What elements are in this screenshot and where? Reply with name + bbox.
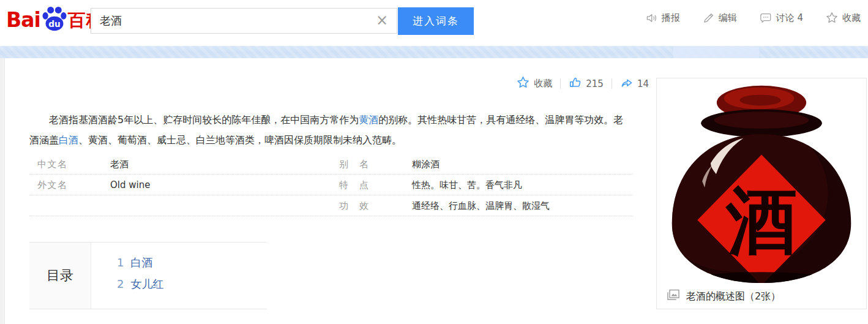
baike-page: Bai du 百科 × 进入词条 bbox=[0, 0, 868, 324]
nav-discuss-label: 讨论 4 bbox=[776, 12, 803, 24]
infobox-cell: 特点性热。味甘、苦。香气非凡 bbox=[331, 175, 633, 195]
svg-text:du: du bbox=[48, 19, 60, 29]
star-icon bbox=[517, 76, 529, 91]
clear-search-icon[interactable]: × bbox=[376, 13, 388, 28]
toc-item-label: 女儿红 bbox=[130, 277, 163, 290]
logo-text-bai: Bai bbox=[6, 8, 40, 32]
page-left-margin bbox=[0, 58, 5, 324]
gallery-icon bbox=[666, 288, 681, 304]
enter-entry-button[interactable]: 进入词条 bbox=[398, 7, 474, 35]
infobox-row: 功效通经络、行血脉、温脾胃、散湿气 bbox=[29, 195, 633, 216]
wine-jar-image[interactable]: 酒 bbox=[657, 78, 866, 284]
toc-title: 目录 bbox=[47, 266, 73, 285]
infobox-cell: 功效通经络、行血脉、温脾胃、散湿气 bbox=[331, 195, 633, 216]
toc-list: 1白酒2女儿红 bbox=[91, 243, 267, 309]
like-button[interactable]: 215 bbox=[569, 76, 604, 91]
share-button[interactable]: 14 bbox=[620, 76, 649, 91]
toc-title-cell: 目录 bbox=[29, 243, 91, 309]
infobox-label: 别名 bbox=[339, 158, 369, 170]
infobox-value: Old wine bbox=[110, 179, 150, 190]
toc-item-number: 2 bbox=[117, 277, 124, 290]
toc-item-number: 1 bbox=[117, 256, 124, 269]
infobox-row: 中文名老酒别名糊涂酒 bbox=[29, 154, 633, 175]
svg-text:酒: 酒 bbox=[725, 179, 798, 263]
toc-item[interactable]: 2女儿红 bbox=[117, 273, 267, 295]
nav-discuss[interactable]: 讨论 4 bbox=[760, 12, 803, 24]
header-nav: 播报 编辑 bbox=[646, 0, 861, 36]
baidu-paw-icon: du bbox=[42, 4, 67, 34]
search-input[interactable] bbox=[91, 9, 397, 33]
infobox: 中文名老酒别名糊涂酒外文名Old wine特点性热。味甘、苦。香气非凡功效通经络… bbox=[29, 154, 633, 216]
image-caption: 老酒的概述图（2张） bbox=[686, 290, 780, 303]
star-icon bbox=[826, 12, 838, 24]
toc-item-label: 白酒 bbox=[130, 256, 152, 269]
share-count: 14 bbox=[637, 78, 649, 89]
infobox-value: 性热。味甘、苦。香气非凡 bbox=[412, 179, 522, 190]
search-box: × bbox=[91, 8, 397, 34]
overview-image-card[interactable]: 酒 老酒的概述图（2张） bbox=[656, 78, 867, 309]
entry-link[interactable]: 白酒 bbox=[59, 134, 78, 146]
summary-paragraph: 老酒指基酒酒龄5年以上、贮存时间较长的陈年佳酿，在中国南方常作为黄酒的别称。其性… bbox=[29, 110, 633, 150]
toc-item[interactable]: 1白酒 bbox=[117, 252, 267, 273]
share-icon bbox=[620, 76, 633, 91]
thumbs-up-icon bbox=[569, 76, 582, 91]
separator bbox=[612, 78, 612, 89]
entry-link[interactable]: 黄酒 bbox=[359, 114, 378, 126]
blue-ribbon bbox=[0, 46, 868, 58]
nav-favorite-label: 收藏 bbox=[842, 12, 861, 24]
favorite-button[interactable]: 收藏 bbox=[517, 76, 552, 91]
nav-favorite[interactable]: 收藏 bbox=[826, 12, 861, 24]
ribbon-highlight bbox=[673, 46, 759, 58]
infobox-value: 通经络、行血脉、温脾胃、散湿气 bbox=[412, 200, 550, 211]
entry-action-row: 收藏 215 14 bbox=[517, 76, 649, 91]
speaker-icon bbox=[646, 12, 657, 24]
like-count: 215 bbox=[586, 78, 604, 89]
infobox-label: 特点 bbox=[339, 179, 369, 191]
infobox-value: 老酒 bbox=[110, 159, 129, 170]
nav-broadcast-label: 播报 bbox=[662, 12, 680, 24]
infobox-row: 外文名Old wine特点性热。味甘、苦。香气非凡 bbox=[29, 175, 633, 195]
infobox-label: 功效 bbox=[339, 200, 369, 212]
favorite-label: 收藏 bbox=[534, 78, 552, 89]
infobox-label: 外文名 bbox=[37, 179, 67, 191]
infobox-cell: 外文名Old wine bbox=[29, 175, 331, 195]
separator bbox=[560, 78, 561, 89]
header: Bai du 百科 × 进入词条 bbox=[0, 0, 868, 46]
infobox-cell: 别名糊涂酒 bbox=[331, 154, 633, 174]
summary-text: 、黄酒、葡萄酒、威士忌、白兰地等酒类，啤酒因保质期限制未纳入范畴。 bbox=[78, 134, 402, 146]
comment-icon bbox=[760, 12, 772, 24]
nav-edit-label: 编辑 bbox=[719, 12, 737, 24]
pencil-icon bbox=[703, 12, 714, 24]
summary-text: 老酒指基酒酒龄5年以上、贮存时间较长的陈年佳酿，在中国南方常作为 bbox=[49, 114, 359, 126]
infobox-label: 中文名 bbox=[37, 158, 67, 170]
nav-edit[interactable]: 编辑 bbox=[703, 12, 737, 24]
infobox-cell bbox=[29, 195, 331, 216]
nav-broadcast[interactable]: 播报 bbox=[646, 12, 680, 24]
table-of-contents: 目录 1白酒2女儿红 bbox=[29, 242, 267, 309]
infobox-value: 糊涂酒 bbox=[412, 159, 440, 170]
baidu-baike-logo[interactable]: Bai du 百科 bbox=[6, 6, 105, 35]
infobox-cell: 中文名老酒 bbox=[29, 154, 331, 174]
image-caption-row[interactable]: 老酒的概述图（2张） bbox=[657, 284, 866, 309]
